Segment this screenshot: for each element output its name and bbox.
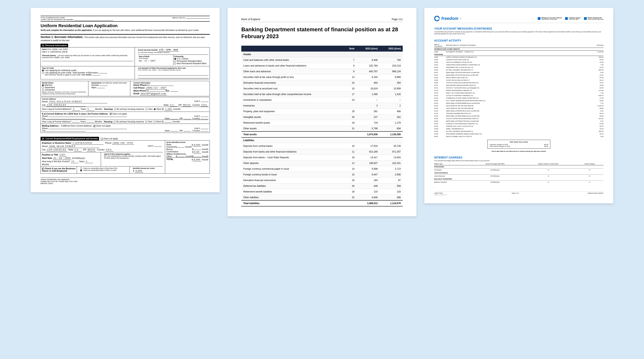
bar-1a: 1a. Personal Information: [40, 44, 68, 47]
doc2-title: Banking Department statement of financia…: [241, 26, 403, 40]
ssn-label: Social Security Number 175 - 678 - 910: [138, 48, 208, 52]
intro-text: Verify and complete the information on t…: [40, 29, 210, 31]
statement-header: freedom® Manage your account online at:w…: [434, 16, 604, 23]
ytd-note: Year-to-date totals do not reflect any f…: [434, 150, 604, 152]
credit-joint: I am applying for joint credit. Total Nu…: [42, 72, 134, 74]
doc-title: Uniform Residential Loan Application: [40, 23, 210, 28]
citizen-opt-perm: Permanent Resident Alien: [174, 60, 208, 62]
loan-no-blank: [74, 19, 113, 21]
credit-individual: I am applying for individual credit.: [42, 69, 134, 72]
messages-body: Your AutoPay amount will be reduced by a…: [434, 31, 604, 35]
header-icon: [584, 17, 587, 20]
statement-footer: LARRY PAGE Page 2 of 3 Statement Date: 0…: [434, 192, 604, 194]
credit-card-statement: freedom® Manage your account online at:w…: [424, 8, 613, 203]
org-name: Bank of England: [241, 18, 260, 21]
alt-names-label: Alternate Names – List any names by whic…: [42, 54, 134, 58]
ytd-totals-box: 2024 Totals Year-to-Date Total fees char…: [487, 140, 550, 148]
bar-1b: 1b. Current Employment/Self-Employment a…: [40, 137, 99, 140]
financial-table: Note2023 (£mn)2022 (£mn) AssetsCash and …: [241, 46, 403, 206]
agency-label: Agency Case No.: [172, 17, 186, 19]
name-label: Name (First, Middle, Last, Suffix): [42, 48, 134, 50]
citizen-opt-us: U.S. Citizen: [174, 58, 208, 60]
activity-title: ACCOUNT ACTIVITY: [434, 39, 604, 42]
messages-title: YOUR ACCOUNT MESSAGES (CONTINUED): [434, 27, 604, 30]
header-icon: [565, 17, 568, 20]
chase-logo-icon: [434, 16, 440, 21]
header-icon: [538, 17, 540, 20]
page-number: Page 111: [392, 18, 403, 21]
rate-table: Balance TypeAnnual Percentage Rate (APR)…: [434, 162, 604, 184]
activity-table: Date of Transaction Merchant Name or Tra…: [434, 43, 604, 138]
section1-title: Section 1: Borrower Information. This se…: [40, 34, 210, 42]
citizen-opt-nonperm: Non-Permanent Resident Alien: [174, 62, 208, 64]
lender-topbar: To be completed by the Lender: Lender Lo…: [40, 16, 210, 22]
lender-label: To be completed by the Lender:: [40, 17, 65, 19]
agency-blank: [186, 17, 210, 19]
chase-logo: freedom®: [434, 16, 461, 21]
interest-title: INTEREST CHARGES: [434, 156, 604, 159]
bank-statement-document: Bank of England Page 111 Banking Departm…: [228, 8, 416, 216]
loan-application-document: To be completed by the Lender: Lender Lo…: [31, 8, 220, 192]
loan-no-label: Lender Loan No./Universal Loan Identifie…: [40, 19, 74, 21]
name-value: IMA CARDHOLDER: [42, 50, 134, 53]
dob-value: 08 / 31 / 1997: [139, 59, 172, 62]
doc1-footer: Uniform Residential Loan Application Fre…: [40, 178, 210, 184]
